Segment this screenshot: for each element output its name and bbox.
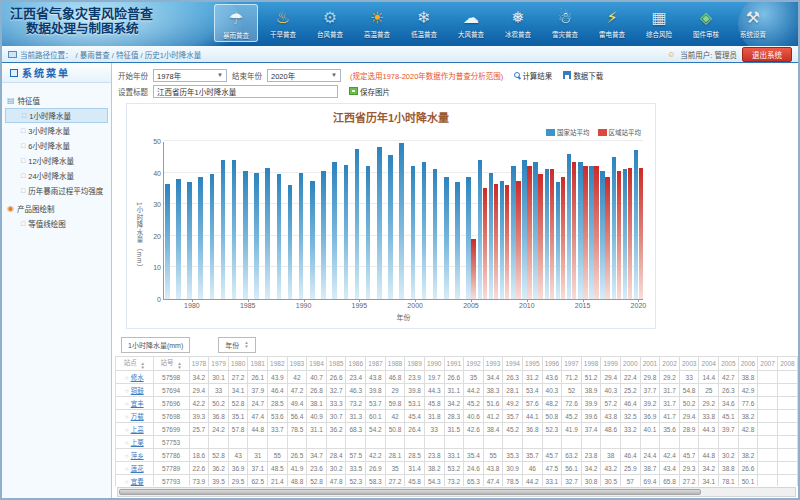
year-col-1983[interactable]: 1983	[287, 357, 307, 371]
toolbar-item-7[interactable]: ❅冰雹普查	[496, 4, 540, 42]
sidebar-group-2[interactable]: ◉产品图绘制	[7, 203, 108, 214]
year-col-1984[interactable]: 1984	[307, 357, 327, 371]
year-col-1994[interactable]: 1994	[503, 357, 523, 371]
year-col-1990[interactable]: 1990	[424, 357, 444, 371]
radio-icon[interactable]: ○	[125, 401, 129, 407]
value-cell	[777, 384, 797, 397]
toolbar-item-11[interactable]: ◈图件审核	[684, 4, 728, 42]
toolbar-item-1[interactable]: ☂暴雨普查	[214, 4, 258, 42]
year-col-1985[interactable]: 1985	[326, 357, 346, 371]
sort-icons[interactable]: ▲▼	[244, 341, 248, 349]
start-year-select[interactable]: 1978年▼	[153, 69, 227, 82]
station-link[interactable]: 修水	[131, 374, 144, 381]
scrollbar-thumb[interactable]	[119, 489, 701, 495]
radio-icon[interactable]: ○	[125, 479, 129, 485]
radio-icon[interactable]: ○	[125, 414, 129, 420]
station-link[interactable]: 宜丰	[131, 400, 144, 407]
chart-title-input[interactable]: 江西省历年1小时降水量	[153, 85, 338, 98]
year-col-1999[interactable]: 1999	[601, 357, 621, 371]
year-col-2007[interactable]: 2007	[758, 357, 778, 371]
bar-national-1983	[221, 160, 226, 299]
year-col-1987[interactable]: 1987	[366, 357, 386, 371]
year-col-1995[interactable]: 1995	[522, 357, 542, 371]
year-col-1979[interactable]: 1979	[209, 357, 229, 371]
year-col-2000[interactable]: 2000	[621, 357, 641, 371]
year-col-2008[interactable]: 2008	[777, 357, 797, 371]
value-cell: 14.4	[699, 371, 719, 384]
radio-icon[interactable]: ○	[125, 388, 129, 394]
sidebar-item-12小时降水量[interactable]: □12小时降水量	[5, 153, 108, 168]
year-col-1996[interactable]: 1996	[542, 357, 562, 371]
year-col-2003[interactable]: 2003	[679, 357, 699, 371]
station-link[interactable]: 上栗	[131, 439, 144, 446]
year-col-2002[interactable]: 2002	[660, 357, 680, 371]
station-link[interactable]: 莲花	[131, 465, 144, 472]
toolbar-item-12[interactable]: ⚒系统设置	[731, 4, 775, 42]
year-col-1986[interactable]: 1986	[346, 357, 366, 371]
value-cell: 63.2	[562, 449, 582, 462]
radio-icon[interactable]: ○	[125, 440, 129, 446]
year-col-1989[interactable]: 1989	[405, 357, 425, 371]
station-link[interactable]: 萍乡	[131, 452, 144, 459]
toolbar-item-6[interactable]: ☁大风普查	[449, 4, 493, 42]
radio-icon[interactable]: ○	[125, 453, 129, 459]
value-cell: 31.7	[660, 397, 680, 410]
radio-icon[interactable]: ○	[125, 375, 129, 381]
year-col-2006[interactable]: 2006	[738, 357, 758, 371]
toolbar-item-9[interactable]: ⚡雷电普查	[590, 4, 634, 42]
toolbar-item-4[interactable]: ☀高温普查	[355, 4, 399, 42]
logout-button[interactable]: 退出系统	[742, 47, 792, 62]
toolbar-item-2[interactable]: ♨干旱普查	[261, 4, 305, 42]
toolbar-item-5[interactable]: ❄低温普查	[402, 4, 446, 42]
sidebar-item-6小时降水量[interactable]: □6小时降水量	[5, 138, 108, 153]
station-link[interactable]: 宜春	[131, 478, 144, 485]
measure-box[interactable]: 1小时降水量(mm)	[121, 337, 190, 353]
year-col-1993[interactable]: 1993	[483, 357, 503, 371]
value-cell: 77.6	[738, 397, 758, 410]
value-cell: 38.8	[738, 371, 758, 384]
bar-national-1990	[299, 173, 304, 299]
sidebar-item-等值线绘图[interactable]: □等值线绘图	[5, 216, 108, 231]
year-col-2004[interactable]: 2004	[699, 357, 719, 371]
calculate-button[interactable]: 计算结果	[514, 70, 552, 81]
x-tick-label: 2015	[575, 302, 591, 309]
sidebar-group-1[interactable]: ▤特征值	[7, 95, 108, 106]
radio-icon[interactable]: ○	[125, 466, 129, 472]
year-col-1998[interactable]: 1998	[581, 357, 601, 371]
value-cell: 26.9	[366, 462, 386, 475]
breadcrumb[interactable]: / 暴雨普查 / 特征值 / 历史1小时降水量	[76, 49, 202, 60]
save-image-button[interactable]: 保存图片	[349, 86, 390, 97]
sidebar-item-label: 1小时降水量	[29, 110, 71, 121]
table-row: ○萍乡5778618.652.843315526.534.728.457.542…	[116, 449, 798, 462]
year-col-1978[interactable]: 1978	[189, 357, 209, 371]
value-cell: 28.5	[268, 397, 288, 410]
col-station-header[interactable]: 站点 ▲▼	[116, 357, 154, 371]
value-cell: 78.5	[287, 423, 307, 436]
year-col-2005[interactable]: 2005	[719, 357, 739, 371]
sidebar-item-3小时降水量[interactable]: □3小时降水量	[5, 123, 108, 138]
toolbar-item-8[interactable]: ☃雪灾普查	[543, 4, 587, 42]
value-cell: 42.2	[366, 449, 386, 462]
year-col-1982[interactable]: 1982	[268, 357, 288, 371]
download-button[interactable]: 数据下载	[563, 70, 603, 81]
station-link[interactable]: 铜鼓	[131, 387, 144, 394]
sidebar-item-24小时降水量[interactable]: □24小时降水量	[5, 168, 108, 183]
sidebar-item-1小时降水量[interactable]: □1小时降水量	[5, 108, 108, 123]
sidebar-item-历年暴雨过程平均强度[interactable]: □历年暴雨过程平均强度	[5, 183, 108, 198]
toolbar-item-3[interactable]: ⚙台风普查	[308, 4, 352, 42]
year-col-1980[interactable]: 1980	[228, 357, 248, 371]
year-col-1997[interactable]: 1997	[562, 357, 582, 371]
year-col-1988[interactable]: 1988	[385, 357, 405, 371]
year-col-1991[interactable]: 1991	[444, 357, 464, 371]
year-col-2001[interactable]: 2001	[640, 357, 660, 371]
year-col-1992[interactable]: 1992	[464, 357, 484, 371]
station-link[interactable]: 万载	[131, 413, 144, 420]
station-link[interactable]: 上高	[131, 426, 144, 433]
horizontal-scrollbar[interactable]	[117, 487, 796, 497]
year-sort-box[interactable]: 年份 ▲▼	[218, 337, 255, 353]
year-col-1981[interactable]: 1981	[248, 357, 268, 371]
end-year-select[interactable]: 2020年▼	[267, 69, 341, 82]
toolbar-item-10[interactable]: ▦综合风险	[637, 4, 681, 42]
col-id-header[interactable]: 站号 ▲▼	[153, 357, 189, 371]
radio-icon[interactable]: ○	[125, 427, 129, 433]
